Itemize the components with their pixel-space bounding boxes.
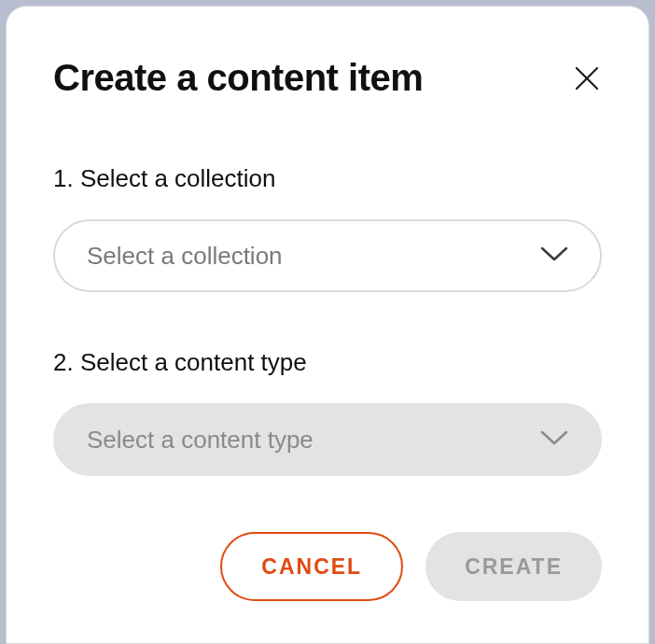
close-icon	[574, 65, 600, 91]
create-button: CREATE	[425, 532, 602, 601]
cancel-button[interactable]: CANCEL	[220, 532, 403, 601]
chevron-down-icon	[540, 430, 568, 449]
close-button[interactable]	[572, 63, 602, 93]
step1-label: 1. Select a collection	[53, 164, 602, 193]
collection-select[interactable]: Select a collection	[53, 219, 602, 292]
modal-title: Create a content item	[53, 57, 423, 99]
chevron-down-icon	[540, 246, 568, 265]
modal-actions: CANCEL CREATE	[53, 532, 602, 601]
content-type-select: Select a content type	[53, 403, 602, 476]
collection-select-placeholder: Select a collection	[87, 242, 283, 271]
create-content-item-modal: Create a content item 1. Select a collec…	[6, 6, 649, 644]
content-type-select-placeholder: Select a content type	[87, 426, 314, 455]
modal-header: Create a content item	[53, 57, 602, 99]
step2-label: 2. Select a content type	[53, 348, 602, 377]
